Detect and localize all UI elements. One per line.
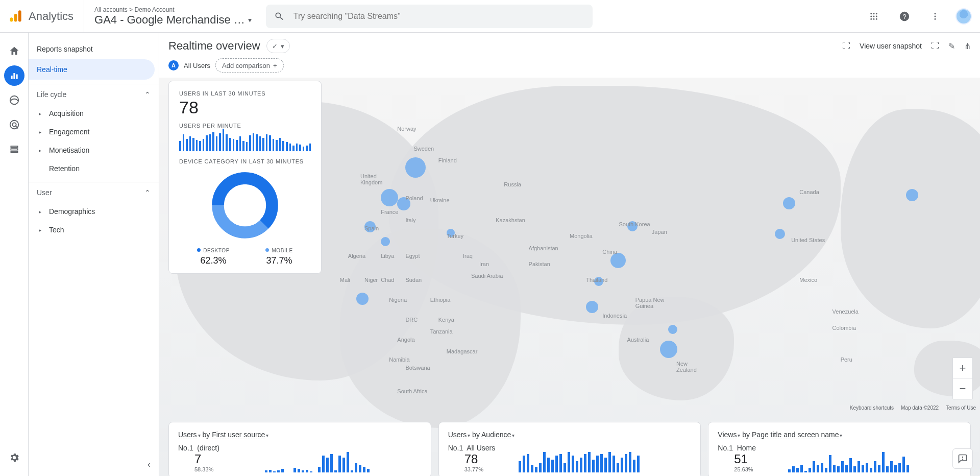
caret-down-icon: ▾ — [281, 42, 284, 50]
nav-retention[interactable]: Retention — [29, 159, 159, 178]
svg-text:?: ? — [902, 12, 906, 20]
summary-card[interactable]: Users▾ by First user source▾No.1 (direct… — [168, 422, 431, 476]
nav-rail — [0, 33, 29, 476]
map-copyright: Map data ©2022 — [901, 405, 939, 411]
audience-chip[interactable]: All Users — [184, 62, 210, 69]
rank-percent: 58.33% — [194, 466, 239, 472]
chevron-up-icon: ⌃ — [144, 90, 151, 99]
check-icon: ✓ — [272, 42, 278, 50]
nav-reports-snapshot[interactable]: Reports snapshot — [29, 39, 155, 59]
svg-rect-24 — [11, 149, 17, 150]
rank-percent: 33.77% — [464, 466, 509, 472]
logo-block[interactable]: Analytics — [8, 0, 84, 32]
more-vert-icon[interactable] — [925, 6, 945, 27]
search-bar[interactable] — [266, 5, 593, 28]
svg-point-11 — [876, 18, 877, 19]
product-name: Analytics — [29, 10, 74, 23]
chevron-up-icon: ⌃ — [144, 188, 151, 197]
svg-point-14 — [935, 13, 936, 14]
svg-rect-25 — [11, 151, 17, 153]
metric-selector[interactable]: Users — [178, 431, 197, 439]
share-icon[interactable]: ⋔ — [964, 41, 971, 51]
svg-rect-17 — [11, 76, 12, 79]
rank-label: No.1 All Users — [448, 444, 509, 452]
property-name: GA4 - Google Merchandise … — [94, 13, 245, 27]
dimension-selector[interactable]: Page title and screen name — [752, 431, 839, 439]
nav-engagement[interactable]: ▸Engagement — [29, 123, 159, 141]
summary-card[interactable]: Users▾ by Audience▾No.1 All Users7833.77… — [438, 422, 701, 476]
main-content: Realtime overview ✓▾ ⛶ View user snapsho… — [159, 33, 980, 476]
fullscreen-icon[interactable]: ⛶ — [931, 41, 939, 51]
terms-link[interactable]: Terms of Use — [946, 405, 976, 411]
mini-spark-chart — [788, 452, 961, 472]
caret-right-icon: ▸ — [39, 148, 44, 153]
dimension-selector[interactable]: First user source — [212, 431, 265, 439]
svg-rect-23 — [11, 146, 17, 148]
rail-explore[interactable] — [4, 90, 24, 110]
user-avatar[interactable] — [955, 8, 972, 25]
nav-section-label: User — [37, 188, 52, 197]
svg-rect-0 — [10, 17, 13, 21]
zoom-in-button[interactable]: + — [953, 358, 972, 378]
nav-section-user[interactable]: User ⌃ — [29, 182, 159, 202]
rank-percent: 25.63% — [734, 466, 779, 472]
page-title: Realtime overview — [168, 39, 260, 53]
search-input[interactable] — [293, 12, 584, 21]
rail-configure[interactable] — [4, 139, 24, 159]
nav-demographics[interactable]: ▸Demographics — [29, 202, 159, 221]
caret-right-icon: ▸ — [39, 209, 44, 215]
add-comparison-chip[interactable]: Add comparison+ — [215, 58, 284, 73]
svg-point-29 — [963, 459, 963, 460]
mini-spark-chart — [249, 452, 422, 472]
caret-down-icon: ▾ — [248, 16, 252, 24]
metric-selector[interactable]: Users — [448, 431, 467, 439]
audience-badge: A — [168, 60, 179, 70]
caret-right-icon: ▸ — [39, 227, 44, 233]
svg-point-8 — [876, 15, 877, 17]
apps-icon[interactable] — [864, 6, 884, 27]
svg-point-9 — [870, 18, 872, 19]
zoom-out-button[interactable]: − — [953, 378, 972, 399]
sidenav: Reports snapshot Real-time Life cycle ⌃ … — [29, 33, 159, 476]
keyboard-shortcuts-link[interactable]: Keyboard shortcuts — [850, 405, 894, 411]
rank-label: No.1 Home — [718, 444, 779, 452]
expand-map-icon[interactable]: ⛶ — [842, 41, 850, 51]
caret-right-icon: ▸ — [39, 129, 44, 135]
users-last30-label: USERS IN LAST 30 MINUTES — [179, 90, 311, 97]
feedback-button[interactable] — [952, 448, 973, 469]
plus-icon: + — [273, 62, 277, 69]
rank-label: No.1 (direct) — [178, 444, 239, 452]
summary-card[interactable]: Views▾ by Page title and screen name▾No.… — [708, 422, 971, 476]
nav-monetisation[interactable]: ▸Monetisation — [29, 141, 159, 159]
nav-tech[interactable]: ▸Tech — [29, 221, 159, 239]
users-last30-value: 78 — [179, 98, 311, 117]
rail-advertising[interactable] — [4, 114, 24, 135]
view-user-snapshot[interactable]: View user snapshot — [860, 42, 922, 50]
rail-home[interactable] — [4, 41, 24, 61]
rail-reports[interactable] — [4, 65, 24, 86]
nav-realtime[interactable]: Real-time — [29, 59, 155, 80]
device-category-label: DEVICE CATEGORY IN LAST 30 MINUTES — [179, 158, 311, 164]
users-per-min-chart — [179, 129, 311, 151]
map-zoom-controls: + − — [952, 358, 973, 399]
map-attribution: Keyboard shortcuts Map data ©2022 Terms … — [850, 405, 976, 411]
svg-point-16 — [935, 18, 936, 19]
edit-icon[interactable]: ✎ — [948, 41, 955, 51]
caret-right-icon: ▸ — [39, 111, 44, 116]
svg-point-6 — [870, 15, 872, 17]
nav-section-lifecycle[interactable]: Life cycle ⌃ — [29, 84, 159, 104]
svg-rect-18 — [13, 73, 15, 79]
property-selector[interactable]: All accounts > Demo Account GA4 - Google… — [94, 6, 252, 27]
help-icon[interactable]: ? — [894, 6, 915, 27]
users-per-min-label: USERS PER MINUTE — [179, 123, 311, 129]
rank-value: 7 — [194, 452, 239, 466]
rail-admin[interactable] — [4, 447, 24, 468]
nav-acquisition[interactable]: ▸Acquisition — [29, 104, 159, 123]
status-pill[interactable]: ✓▾ — [266, 39, 290, 53]
dimension-selector[interactable]: Audience — [481, 431, 511, 439]
svg-point-3 — [870, 13, 872, 14]
collapse-sidenav-icon[interactable]: ‹ — [148, 459, 151, 470]
metric-selector[interactable]: Views — [718, 431, 737, 439]
legend-desktop: DESKTOP 62.3% — [197, 245, 230, 266]
svg-rect-2 — [18, 10, 21, 21]
